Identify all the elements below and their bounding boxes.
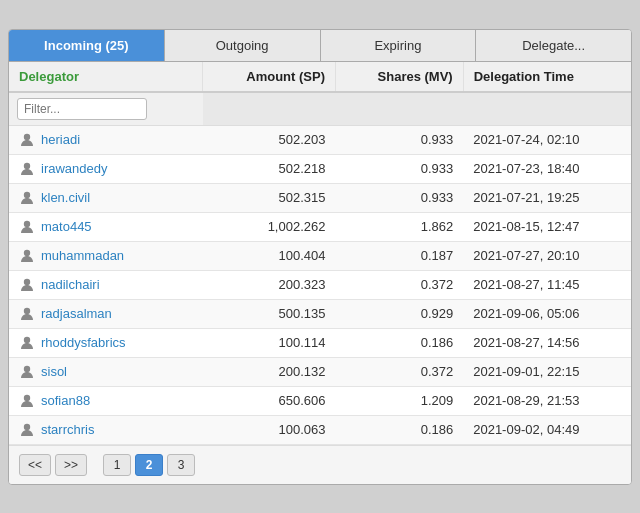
- amount-cell: 500.135: [203, 299, 335, 328]
- svg-point-6: [24, 307, 30, 313]
- tab-delegate[interactable]: Delegate...: [476, 30, 631, 61]
- user-icon: [19, 277, 35, 293]
- table-row: klen.civil 502.3150.9332021-07-21, 19:25: [9, 183, 631, 212]
- user-icon: [19, 248, 35, 264]
- svg-point-4: [24, 249, 30, 255]
- time-cell: 2021-07-24, 02:10: [463, 125, 631, 154]
- amount-cell: 200.323: [203, 270, 335, 299]
- delegator-cell: sisol: [9, 357, 203, 386]
- amount-cell: 100.063: [203, 415, 335, 444]
- time-cell: 2021-07-23, 18:40: [463, 154, 631, 183]
- svg-point-5: [24, 278, 30, 284]
- delegator-name[interactable]: heriadi: [41, 132, 80, 147]
- time-cell: 2021-08-27, 14:56: [463, 328, 631, 357]
- shares-cell: 0.933: [335, 183, 463, 212]
- time-cell: 2021-07-27, 20:10: [463, 241, 631, 270]
- table-header-row: Delegator Amount (SP) Shares (MV) Delega…: [9, 62, 631, 92]
- tab-expiring[interactable]: Expiring: [321, 30, 477, 61]
- time-cell: 2021-09-06, 05:06: [463, 299, 631, 328]
- page-1-button[interactable]: 1: [103, 454, 131, 476]
- filter-row: [9, 92, 631, 126]
- delegator-name[interactable]: irawandedy: [41, 161, 108, 176]
- time-cell: 2021-09-01, 22:15: [463, 357, 631, 386]
- amount-cell: 100.404: [203, 241, 335, 270]
- table-row: muhammadan 100.4040.1872021-07-27, 20:10: [9, 241, 631, 270]
- amount-cell: 502.218: [203, 154, 335, 183]
- page-3-button[interactable]: 3: [167, 454, 195, 476]
- table-wrapper: Delegator Amount (SP) Shares (MV) Delega…: [9, 62, 631, 445]
- shares-cell: 0.933: [335, 154, 463, 183]
- delegator-name[interactable]: klen.civil: [41, 190, 90, 205]
- pagination-bar: << >> 1 2 3: [9, 445, 631, 484]
- shares-cell: 0.933: [335, 125, 463, 154]
- delegator-name[interactable]: radjasalman: [41, 306, 112, 321]
- col-header-shares: Shares (MV): [335, 62, 463, 92]
- shares-cell: 1.209: [335, 386, 463, 415]
- amount-cell: 650.606: [203, 386, 335, 415]
- delegator-name[interactable]: nadilchairi: [41, 277, 100, 292]
- table-row: starrchris 100.0630.1862021-09-02, 04:49: [9, 415, 631, 444]
- delegator-cell: irawandedy: [9, 154, 203, 183]
- delegator-name[interactable]: rhoddysfabrics: [41, 335, 126, 350]
- delegator-cell: muhammadan: [9, 241, 203, 270]
- svg-point-10: [24, 423, 30, 429]
- svg-point-3: [24, 220, 30, 226]
- user-icon: [19, 306, 35, 322]
- amount-cell: 1,002.262: [203, 212, 335, 241]
- tab-incoming[interactable]: Incoming (25): [9, 30, 165, 61]
- col-header-amount: Amount (SP): [203, 62, 335, 92]
- shares-cell: 0.186: [335, 415, 463, 444]
- user-icon: [19, 335, 35, 351]
- delegator-name[interactable]: starrchris: [41, 422, 94, 437]
- tab-outgoing[interactable]: Outgoing: [165, 30, 321, 61]
- delegator-name[interactable]: sisol: [41, 364, 67, 379]
- user-icon: [19, 422, 35, 438]
- main-container: Incoming (25) Outgoing Expiring Delegate…: [8, 29, 632, 485]
- table-row: irawandedy 502.2180.9332021-07-23, 18:40: [9, 154, 631, 183]
- delegator-name[interactable]: sofian88: [41, 393, 90, 408]
- delegation-table: Delegator Amount (SP) Shares (MV) Delega…: [9, 62, 631, 445]
- col-header-time: Delegation Time: [463, 62, 631, 92]
- delegator-cell: mato445: [9, 212, 203, 241]
- time-cell: 2021-08-27, 11:45: [463, 270, 631, 299]
- svg-point-0: [24, 133, 30, 139]
- svg-point-9: [24, 394, 30, 400]
- amount-cell: 502.315: [203, 183, 335, 212]
- delegator-cell: heriadi: [9, 125, 203, 154]
- delegator-cell: nadilchairi: [9, 270, 203, 299]
- delegator-filter-input[interactable]: [17, 98, 147, 120]
- delegator-cell: rhoddysfabrics: [9, 328, 203, 357]
- svg-point-8: [24, 365, 30, 371]
- user-icon: [19, 161, 35, 177]
- amount-cell: 502.203: [203, 125, 335, 154]
- table-row: mato445 1,002.2621.8622021-08-15, 12:47: [9, 212, 631, 241]
- user-icon: [19, 219, 35, 235]
- next-page-button[interactable]: >>: [55, 454, 87, 476]
- delegator-cell: sofian88: [9, 386, 203, 415]
- col-header-delegator: Delegator: [9, 62, 203, 92]
- table-row: sisol 200.1320.3722021-09-01, 22:15: [9, 357, 631, 386]
- time-cell: 2021-08-15, 12:47: [463, 212, 631, 241]
- page-2-button[interactable]: 2: [135, 454, 163, 476]
- shares-cell: 0.929: [335, 299, 463, 328]
- shares-cell: 1.862: [335, 212, 463, 241]
- svg-point-1: [24, 162, 30, 168]
- shares-cell: 0.372: [335, 270, 463, 299]
- table-row: rhoddysfabrics 100.1140.1862021-08-27, 1…: [9, 328, 631, 357]
- table-row: heriadi 502.2030.9332021-07-24, 02:10: [9, 125, 631, 154]
- prev-page-button[interactable]: <<: [19, 454, 51, 476]
- delegator-cell: radjasalman: [9, 299, 203, 328]
- time-cell: 2021-07-21, 19:25: [463, 183, 631, 212]
- svg-point-7: [24, 336, 30, 342]
- amount-cell: 200.132: [203, 357, 335, 386]
- table-row: sofian88 650.6061.2092021-08-29, 21:53: [9, 386, 631, 415]
- shares-cell: 0.187: [335, 241, 463, 270]
- table-row: nadilchairi 200.3230.3722021-08-27, 11:4…: [9, 270, 631, 299]
- delegator-name[interactable]: mato445: [41, 219, 92, 234]
- delegator-name[interactable]: muhammadan: [41, 248, 124, 263]
- svg-point-2: [24, 191, 30, 197]
- delegator-cell: starrchris: [9, 415, 203, 444]
- shares-cell: 0.372: [335, 357, 463, 386]
- user-icon: [19, 190, 35, 206]
- delegator-cell: klen.civil: [9, 183, 203, 212]
